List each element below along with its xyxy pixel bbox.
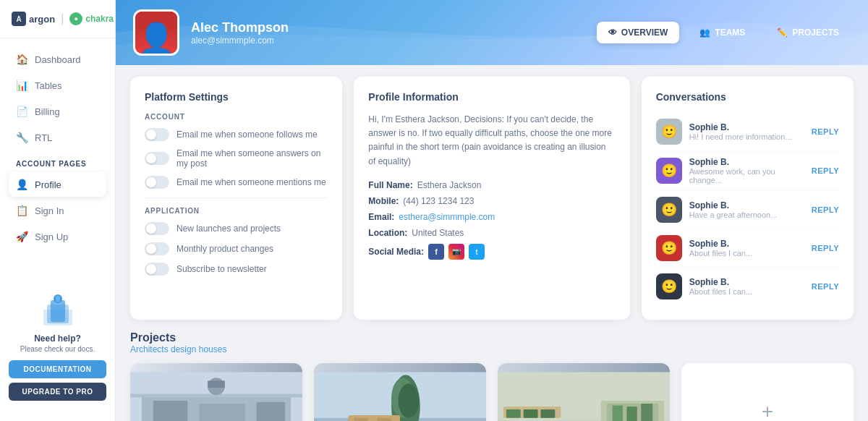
info-row-email: Email: esthera@simmmple.com [368, 212, 615, 222]
need-help-title: Need help? [9, 333, 106, 344]
project-img-interior-2 [314, 363, 486, 421]
project-card-1[interactable]: Project #1 [130, 363, 302, 421]
svg-point-17 [399, 383, 420, 418]
sidebar-item-tables[interactable]: 📊 Tables [9, 73, 106, 98]
new-project-card[interactable]: + Create a New Project ⚙ [681, 363, 854, 421]
overview-icon: 👁 [608, 27, 617, 38]
fullname-label: Full Name: [368, 180, 412, 190]
tables-icon: 📊 [16, 80, 27, 91]
profile-bio: Hi, I'm Esthera Jackson, Decisions: If y… [368, 113, 615, 169]
project-img-1 [130, 363, 302, 421]
profile-info-card: Profile Information Hi, I'm Esthera Jack… [354, 77, 629, 320]
toggle-answers: Email me when someone answers on my post [145, 148, 328, 169]
account-section-label: ACCOUNT PAGES [9, 151, 106, 172]
sidebar-item-profile[interactable]: 👤 Profile [9, 172, 106, 197]
toggle-launches: New launches and projects [145, 222, 328, 235]
cards-row: Platform Settings ACCOUNT Email me when … [130, 77, 854, 320]
convo-msg-4: About files I can... [689, 287, 804, 296]
toggle-answers-switch[interactable] [145, 152, 169, 165]
sidebar-item-billing[interactable]: 📄 Billing [9, 99, 106, 124]
svg-rect-31 [627, 407, 637, 421]
toggle-answers-label: Email me when someone answers on my post [176, 148, 328, 169]
convo-item-0: 🙂 Sophie B. Hi! I need more information.… [656, 113, 839, 151]
projects-grid: Project #1 [130, 363, 854, 421]
convo-msg-3: About files I can... [689, 249, 804, 258]
platform-settings-title: Platform Settings [145, 91, 328, 103]
teams-icon: 👥 [699, 27, 710, 38]
sidebar-logo: A argon | ● chakra [0, 12, 115, 38]
avatar-image [135, 9, 177, 54]
project-img-2 [314, 363, 486, 421]
profile-header: Alec Thompson alec@simmmple.com 👁 OVERVI… [116, 0, 868, 65]
projects-subtitle: Architects design houses [130, 344, 854, 354]
convo-avatar-3: 🙂 [656, 235, 682, 261]
documentation-button[interactable]: DOCUMENTATION [9, 360, 106, 378]
reply-btn-4[interactable]: REPLY [812, 282, 839, 291]
toggle-mentions-switch[interactable] [145, 176, 169, 189]
signin-icon: 📋 [16, 205, 27, 216]
platform-settings-card: Platform Settings ACCOUNT Email me when … [130, 77, 342, 320]
svg-rect-12 [208, 380, 225, 388]
main-content: Alec Thompson alec@simmmple.com 👁 OVERVI… [116, 0, 868, 421]
overview-button[interactable]: 👁 OVERVIEW [597, 22, 679, 43]
project-img-3 [498, 363, 670, 421]
reply-btn-3[interactable]: REPLY [812, 244, 839, 252]
sidebar-item-rtl[interactable]: 🔧 RTL [9, 125, 106, 150]
convo-avatar-4: 🙂 [656, 273, 682, 299]
email-value: esthera@simmmple.com [399, 212, 495, 222]
convo-text-3: Sophie B. About files I can... [689, 239, 804, 258]
fullname-value: Esthera Jackson [417, 180, 482, 190]
conversations-card: Conversations 🙂 Sophie B. Hi! I need mor… [642, 77, 854, 320]
convo-avatar-1: 🙂 [656, 158, 682, 184]
convo-text-2: Sophie B. Have a great afternoon... [689, 200, 804, 219]
teams-button[interactable]: 👥 TEAMS [688, 22, 757, 43]
twitter-icon[interactable]: t [469, 244, 485, 260]
projects-header: Projects Architects design houses [130, 331, 854, 354]
toggle-newsletter-switch[interactable] [145, 263, 169, 276]
toggle-newsletter: Subscribe to newsletter [145, 263, 328, 276]
sidebar-item-signin[interactable]: 📋 Sign In [9, 198, 106, 223]
instagram-icon[interactable]: 📷 [448, 244, 464, 260]
convo-item-4: 🙂 Sophie B. About files I can... REPLY [656, 268, 839, 305]
toggle-launches-label: New launches and projects [176, 224, 281, 234]
reply-btn-1[interactable]: REPLY [812, 166, 839, 175]
svg-rect-8 [199, 404, 244, 421]
reply-btn-0[interactable]: REPLY [812, 127, 839, 136]
billing-icon: 📄 [16, 106, 27, 117]
convo-name-3: Sophie B. [689, 239, 804, 249]
toggle-mentions: Email me when someone mentions me [145, 176, 328, 189]
location-value: United States [412, 228, 464, 238]
profile-info-title: Profile Information [368, 91, 615, 103]
toggle-follows-switch[interactable] [145, 128, 169, 141]
project-card-2[interactable]: Project #2 [314, 363, 486, 421]
project-card-3[interactable]: Project #3 [498, 363, 670, 421]
sidebar-item-dashboard[interactable]: 🏠 Dashboard [9, 47, 106, 72]
sidebar: A argon | ● chakra 🏠 Dashboard 📊 Tables … [0, 0, 116, 421]
facebook-icon[interactable]: f [428, 244, 444, 260]
convo-item-3: 🙂 Sophie B. About files I can... REPLY [656, 229, 839, 268]
svg-rect-29 [541, 409, 556, 418]
signup-icon: 🚀 [16, 231, 27, 242]
svg-rect-2 [51, 300, 65, 322]
toggle-product-changes: Monthly product changes [145, 242, 328, 255]
convo-avatar-2: 🙂 [656, 197, 682, 223]
projects-button[interactable]: ✏️ PROJECTS [765, 22, 851, 43]
convo-item-1: 🙂 Sophie B. Awesome work, can you change… [656, 151, 839, 191]
mobile-label: Mobile: [368, 196, 399, 206]
convo-msg-2: Have a great afternoon... [689, 210, 804, 219]
profile-info: Alec Thompson alec@simmmple.com [133, 9, 289, 56]
help-icon-wrap [40, 292, 76, 328]
upgrade-button[interactable]: UPGRADE TO PRO [9, 383, 106, 401]
toggle-product-changes-switch[interactable] [145, 242, 169, 255]
toggle-launches-switch[interactable] [145, 222, 169, 235]
convo-item-2: 🙂 Sophie B. Have a great afternoon... RE… [656, 191, 839, 229]
account-label: ACCOUNT [145, 113, 328, 121]
need-help-sub: Please check our docs. [9, 345, 106, 353]
argon-logo: A argon [12, 12, 55, 26]
convo-name-1: Sophie B. [689, 157, 804, 167]
sidebar-item-signup[interactable]: 🚀 Sign Up [9, 224, 106, 249]
convo-text-1: Sophie B. Awesome work, can you change..… [689, 157, 804, 184]
toggle-mentions-label: Email me when someone mentions me [176, 177, 326, 187]
reply-btn-2[interactable]: REPLY [812, 205, 839, 214]
svg-rect-27 [506, 409, 521, 418]
